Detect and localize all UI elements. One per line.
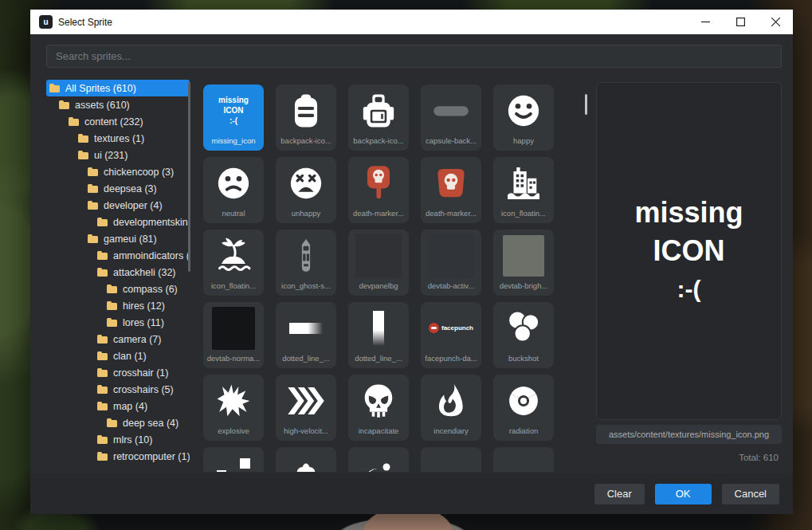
tree-item-developer[interactable]: developer (4) — [46, 197, 190, 214]
tree-item-all-sprites[interactable]: All Sprites (610) — [46, 80, 190, 96]
close-icon — [771, 18, 780, 26]
sprite-tile[interactable]: backpack-ico... — [276, 84, 336, 151]
sprite-tile-label: happy — [493, 136, 554, 145]
cancel-button[interactable]: Cancel — [722, 484, 779, 504]
maximize-button[interactable] — [723, 10, 758, 34]
explosive-icon — [203, 375, 264, 426]
sprite-tile-label: neutral — [203, 209, 264, 218]
folder-icon — [78, 135, 88, 143]
sprite-tile[interactable]: devpanelbg — [348, 230, 409, 296]
sprite-tile[interactable] — [421, 447, 481, 472]
tree-item-assets[interactable]: assets (610) — [46, 96, 190, 113]
sprite-tile[interactable]: devtab-activ... — [421, 230, 481, 296]
tree-scrollbar[interactable] — [188, 82, 190, 272]
tree-item-compass[interactable]: compass (6) — [46, 281, 190, 297]
sprite-tile[interactable]: happy — [493, 84, 554, 151]
tree-item-chickencoop[interactable]: chickencoop (3) — [46, 163, 190, 180]
sprite-tile-label: capsule-back... — [421, 136, 481, 145]
folder-icon — [107, 303, 117, 310]
sprite-tile-label: icon_ghost-s... — [276, 281, 336, 290]
tree-item-retrocomputer[interactable]: retrocomputer (1) — [46, 448, 190, 465]
tree-item-developmentskin[interactable]: developmentskin (4) — [46, 214, 190, 230]
tree-item-label: gameui (81) — [104, 234, 157, 245]
ok-button[interactable]: OK — [655, 484, 712, 504]
sprite-tile[interactable] — [276, 447, 336, 472]
sprite-tile[interactable]: death-marker... — [348, 157, 409, 223]
tree-item-hires[interactable]: hires (12) — [46, 297, 190, 314]
tree-item-textures[interactable]: textures (1) — [46, 130, 190, 147]
sprite-tile[interactable]: icon_ghost-s... — [276, 230, 336, 296]
tree-item-map[interactable]: map (4) — [46, 398, 190, 414]
folder-icon — [59, 102, 69, 109]
sprite-tile[interactable]: devtab-norma... — [203, 302, 264, 368]
minimize-button[interactable] — [688, 10, 723, 34]
tree-item-ui[interactable]: ui (231) — [46, 147, 190, 163]
sprite-tile[interactable] — [348, 447, 409, 472]
sprite-tile-label: backpack-ico... — [348, 136, 409, 145]
sprite-tile[interactable]: unhappy — [276, 157, 336, 223]
blank-sprite — [421, 447, 481, 472]
sprite-tile[interactable]: capsule-back... — [421, 84, 481, 151]
sprite-tile[interactable]: explosive — [203, 375, 264, 441]
sprite-tile[interactable]: incendiary — [421, 375, 481, 441]
sprite-tile[interactable]: buckshot — [493, 302, 554, 368]
sprite-tile[interactable]: icon_floatin... — [493, 157, 554, 223]
missing-icon-text: missingICON:-( — [203, 84, 264, 136]
sprite-tile-label: death-marker... — [421, 209, 481, 218]
folder-icon — [97, 453, 108, 461]
sprite-tile[interactable]: high-velocit... — [276, 375, 336, 441]
floating-city-icon — [493, 157, 554, 209]
clear-button[interactable]: Clear — [594, 484, 645, 504]
folder-icon — [107, 286, 117, 293]
sprite-tile[interactable]: radiation — [493, 375, 554, 441]
tree-item-deep-sea[interactable]: deep sea (4) — [46, 414, 190, 431]
app-icon: u — [39, 15, 53, 29]
neutral-face-icon — [203, 157, 264, 209]
sprite-tile-label: devpanelbg — [348, 281, 409, 290]
folder-icon — [78, 152, 88, 159]
sprite-tile-missing-icon[interactable]: missingICON:-( missing_icon — [203, 84, 264, 151]
tree-item-lores[interactable]: lores (11) — [46, 314, 190, 331]
sprite-tile[interactable]: dotted_line_... — [276, 302, 336, 368]
radiation-icon — [493, 375, 554, 426]
tree-item-deepsea[interactable]: deepsea (3) — [46, 180, 190, 197]
grid-scrollbar[interactable] — [585, 94, 587, 115]
sprite-tile-label: high-velocit... — [276, 426, 336, 435]
close-button[interactable] — [758, 10, 793, 34]
tree-item-label: chickencoop (3) — [104, 167, 174, 178]
death-marker-icon — [421, 157, 481, 209]
flame-icon — [421, 375, 481, 426]
sprite-tile[interactable]: icon_floatin... — [203, 230, 264, 296]
tree-item-attackheli[interactable]: attackheli (32) — [46, 264, 190, 281]
tree-item-label: crosshair (1) — [113, 367, 168, 379]
folder-icon — [97, 336, 108, 344]
sprite-tile-label: icon_floatin... — [493, 209, 554, 218]
capsule-icon — [421, 84, 481, 136]
tree-item-gameui[interactable]: gameui (81) — [46, 230, 190, 247]
tree-item-content[interactable]: content (232) — [46, 113, 190, 130]
sprite-tile[interactable]: death-marker... — [421, 157, 481, 223]
tree-item-mlrs[interactable]: mlrs (10) — [46, 431, 190, 448]
tree-item-label: crosshairs (5) — [113, 384, 174, 395]
sprite-tile[interactable] — [493, 447, 554, 472]
sprite-tile[interactable]: devtab-brigh... — [493, 230, 554, 296]
total-count: Total: 610 — [596, 453, 779, 462]
folder-icon — [69, 119, 79, 126]
sprite-tile[interactable]: neutral — [203, 157, 264, 223]
tree-item-crosshair[interactable]: crosshair (1) — [46, 364, 190, 381]
chevrons-icon — [276, 375, 336, 426]
tree-item-camera[interactable]: camera (7) — [46, 331, 190, 347]
sprite-tile[interactable]: backpack-ico... — [348, 84, 409, 151]
folder-tree: All Sprites (610) assets (610) content (… — [46, 80, 190, 473]
tree-item-label: retrocomputer (1) — [113, 451, 190, 462]
sprite-tile[interactable]: dotted_line_... — [348, 302, 409, 368]
sprite-tile[interactable]: incapacitate — [348, 375, 409, 441]
tree-item-ammoindicators[interactable]: ammoindicators (9) — [46, 247, 190, 264]
search-input[interactable] — [46, 45, 782, 68]
tree-item-clan[interactable]: clan (1) — [46, 347, 190, 364]
tree-item-crosshairs[interactable]: crosshairs (5) — [46, 381, 190, 398]
sprite-tile[interactable]: facepunch facepunch-da... — [421, 302, 481, 368]
sprite-tile[interactable] — [203, 447, 264, 472]
title-bar[interactable]: u Select Sprite — [30, 10, 793, 34]
vertical-gradient-line-icon — [348, 302, 409, 354]
